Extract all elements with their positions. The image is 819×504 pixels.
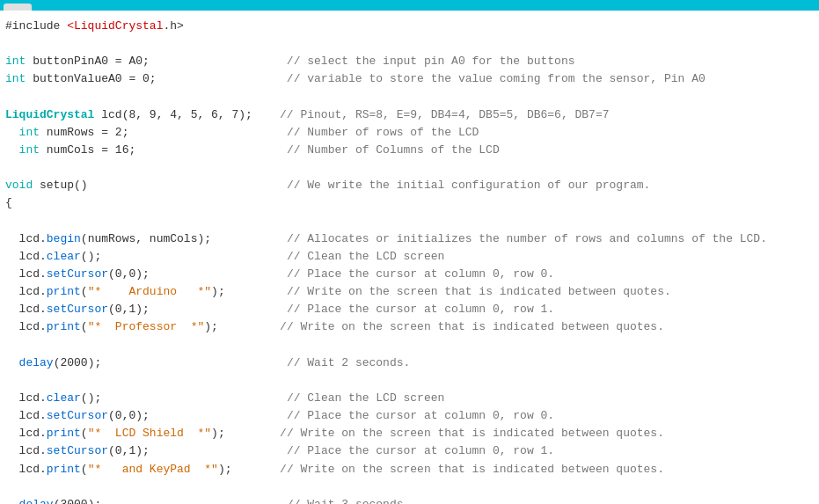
code-line: lcd.begin(numRows, numCols); // Allocate…: [5, 230, 814, 248]
code-line: lcd.clear(); // Clean the LCD screen: [5, 248, 814, 266]
code-line: int numRows = 2; // Number of rows of th…: [5, 124, 814, 142]
code-line: lcd.setCursor(0,0); // Place the cursor …: [5, 407, 814, 425]
code-line: delay(2000); // Wait 2 seconds.: [5, 354, 814, 372]
code-line-empty: [5, 478, 814, 496]
code-line: #include <LiquidCrystal.h>: [5, 18, 814, 35]
code-line-empty: [5, 89, 814, 106]
code-line-empty: [5, 213, 814, 230]
code-line: int numCols = 16; // Number of Columns o…: [5, 142, 814, 159]
code-line: lcd.setCursor(0,1); // Place the cursor …: [5, 442, 814, 460]
code-line: void setup() // We write the initial con…: [5, 177, 814, 194]
code-line: int buttonValueA0 = 0; // variable to st…: [5, 70, 814, 88]
code-line: lcd.print("* LCD Shield *"); // Write on…: [5, 425, 814, 442]
code-line-empty: [5, 372, 814, 390]
code-line-empty: [5, 35, 814, 53]
code-line-empty: [5, 337, 814, 354]
code-line: lcd.print("* and KeyPad *"); // Write on…: [5, 461, 814, 478]
code-line: lcd.clear(); // Clean the LCD screen: [5, 390, 814, 407]
tab-lcd-shield[interactable]: [4, 4, 32, 11]
main-window: #include <LiquidCrystal.h> int buttonPin…: [0, 0, 819, 504]
tab-bar: [0, 0, 819, 11]
code-line: LiquidCrystal lcd(8, 9, 4, 5, 6, 7); // …: [5, 106, 814, 124]
code-area[interactable]: #include <LiquidCrystal.h> int buttonPin…: [0, 11, 819, 504]
code-line: lcd.setCursor(0,0); // Place the cursor …: [5, 266, 814, 283]
code-line: lcd.print("* Professor *"); // Write on …: [5, 318, 814, 336]
code-line: lcd.print("* Arduino *"); // Write on th…: [5, 283, 814, 301]
code-line: int buttonPinA0 = A0; // select the inpu…: [5, 53, 814, 70]
code-line: delay(3000); // Wait 3 seconds.: [5, 496, 814, 504]
code-line-empty: [5, 159, 814, 177]
code-line: lcd.setCursor(0,1); // Place the cursor …: [5, 301, 814, 318]
code-line: {: [5, 194, 814, 212]
